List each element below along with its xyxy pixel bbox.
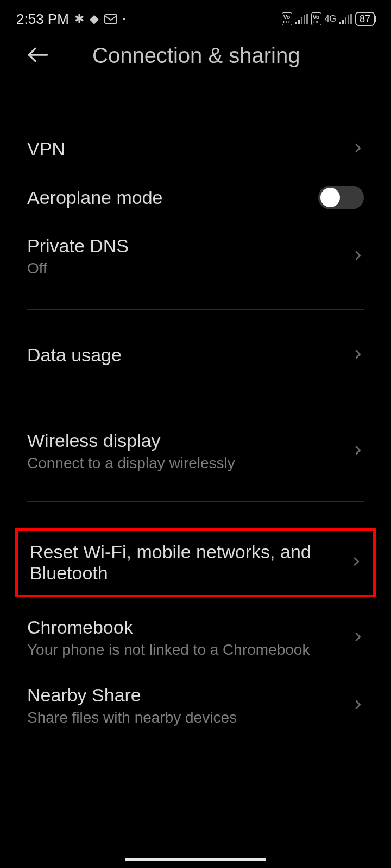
status-bar: 2:53 PM ✱ ◆ • VoLTE VoLTE 4G 87 bbox=[0, 0, 391, 33]
row-subtitle: Share files with nearby devices bbox=[27, 709, 341, 726]
row-vpn[interactable]: VPN bbox=[0, 125, 391, 173]
status-time: 2:53 PM bbox=[16, 11, 69, 28]
dot-icon: • bbox=[123, 15, 125, 23]
row-wireless-display[interactable]: Wireless display Connect to a display wi… bbox=[0, 417, 391, 485]
gesture-bar[interactable] bbox=[125, 858, 266, 861]
app-icon: ◆ bbox=[90, 12, 99, 26]
row-private-dns[interactable]: Private DNS Off bbox=[0, 222, 391, 290]
row-reset-network[interactable]: Reset Wi-Fi, mobile networks, and Blueto… bbox=[18, 531, 373, 595]
gmail-icon bbox=[104, 14, 117, 24]
row-nearby-share[interactable]: Nearby Share Share files with nearby dev… bbox=[0, 672, 391, 739]
row-label: Wireless display bbox=[27, 430, 341, 451]
row-chromebook[interactable]: Chromebook Your phone is not linked to a… bbox=[0, 602, 391, 672]
row-label: Aeroplane mode bbox=[27, 187, 307, 208]
signal-sim1-icon bbox=[295, 14, 308, 24]
row-subtitle: Your phone is not linked to a Chromebook bbox=[27, 641, 341, 659]
chevron-right-icon bbox=[352, 348, 364, 362]
page-header: Connection & sharing bbox=[0, 33, 391, 95]
chevron-right-icon bbox=[352, 142, 364, 156]
row-aeroplane-mode[interactable]: Aeroplane mode bbox=[0, 173, 391, 222]
battery-indicator: 87 bbox=[355, 12, 375, 26]
chevron-right-icon bbox=[350, 556, 362, 570]
row-label: VPN bbox=[27, 138, 341, 159]
row-subtitle: Off bbox=[27, 260, 341, 277]
page-title: Connection & sharing bbox=[92, 43, 364, 68]
battery-percent: 87 bbox=[360, 14, 370, 24]
svg-rect-0 bbox=[105, 15, 117, 23]
toggle-knob bbox=[320, 188, 340, 207]
volte-sim1-icon: VoLTE bbox=[282, 12, 292, 25]
chevron-right-icon bbox=[352, 699, 364, 713]
chevron-right-icon bbox=[352, 250, 364, 264]
row-label: Nearby Share bbox=[27, 685, 341, 706]
row-label: Data usage bbox=[27, 344, 341, 366]
status-right: VoLTE VoLTE 4G 87 bbox=[282, 12, 375, 26]
signal-sim2-icon bbox=[339, 14, 352, 24]
volte-sim2-icon: VoLTE bbox=[311, 12, 321, 25]
aeroplane-toggle[interactable] bbox=[318, 186, 364, 209]
back-button[interactable] bbox=[27, 44, 49, 68]
row-subtitle: Connect to a display wirelessly bbox=[27, 455, 341, 472]
row-label: Reset Wi-Fi, mobile networks, and Blueto… bbox=[30, 541, 339, 584]
chevron-right-icon bbox=[352, 631, 364, 645]
row-label: Chromebook bbox=[27, 617, 341, 638]
network-type: 4G bbox=[325, 14, 336, 24]
slack-icon: ✱ bbox=[74, 12, 84, 26]
status-left: 2:53 PM ✱ ◆ • bbox=[16, 11, 125, 28]
row-data-usage[interactable]: Data usage bbox=[0, 331, 391, 379]
chevron-right-icon bbox=[352, 444, 364, 458]
row-label: Private DNS bbox=[27, 235, 341, 257]
highlight-reset: Reset Wi-Fi, mobile networks, and Blueto… bbox=[15, 528, 376, 597]
